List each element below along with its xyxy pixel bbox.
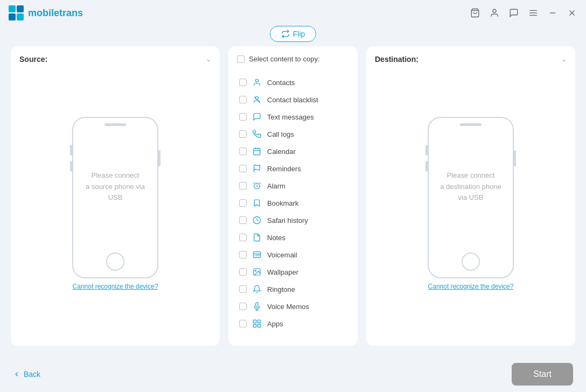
item-label-reminders: Reminders <box>267 165 301 173</box>
title-controls-group <box>470 8 577 18</box>
svg-line-14 <box>254 97 260 103</box>
destination-phone-side-btn3 <box>425 161 428 172</box>
list-item-safari-history[interactable]: Safari history <box>237 212 349 229</box>
item-label-contact-blacklist: Contact blacklist <box>267 96 318 104</box>
list-item-contact-blacklist[interactable]: Contact blacklist <box>237 91 349 108</box>
checkbox-contact-blacklist[interactable] <box>239 96 247 103</box>
svg-rect-0 <box>9 5 16 12</box>
content-header-label: Select content to copy: <box>249 55 320 63</box>
reminders-icon <box>252 164 262 173</box>
flip-button[interactable]: Flip <box>270 26 317 42</box>
item-label-voice-memos: Voice Memos <box>267 303 309 311</box>
destination-phone-text: Please connect a destination phone via U… <box>429 170 512 204</box>
profile-button[interactable] <box>489 8 500 18</box>
item-label-voicemail: Voicemail <box>267 251 297 259</box>
minimize-button[interactable] <box>547 8 558 18</box>
svg-rect-35 <box>257 320 260 323</box>
list-item-reminders[interactable]: Reminders <box>237 160 349 177</box>
source-phone-frame: Please connect a source phone via USB <box>72 117 158 278</box>
svg-rect-3 <box>17 13 24 20</box>
voicemail-icon <box>252 250 262 260</box>
wallpaper-icon <box>252 267 262 277</box>
source-cannot-link[interactable]: Cannot recognize the device? <box>73 283 158 290</box>
close-button[interactable] <box>567 8 577 18</box>
destination-chevron-icon[interactable]: ⌄ <box>561 55 567 63</box>
menu-button[interactable] <box>528 8 539 18</box>
source-phone-side-btn <box>158 150 161 166</box>
calendar-icon <box>252 146 262 156</box>
notes-icon <box>252 233 262 242</box>
list-item-text-messages[interactable]: Text messages <box>237 108 349 125</box>
item-label-calendar: Calendar <box>267 148 296 156</box>
content-panel: Select content to copy: ContactsContact … <box>228 46 358 346</box>
list-item-ringtone[interactable]: Ringtone <box>237 281 349 298</box>
destination-phone-container: Please connect a destination phone via U… <box>375 70 567 337</box>
checkbox-voicemail[interactable] <box>239 251 247 258</box>
safari-history-icon <box>252 215 262 225</box>
chat-button[interactable] <box>508 8 519 18</box>
svg-point-12 <box>255 79 258 82</box>
checkbox-notes[interactable] <box>239 234 247 241</box>
app-logo-icon <box>9 5 24 20</box>
checkbox-alarm[interactable] <box>239 182 247 190</box>
list-item-bookmark[interactable]: Bookmark <box>237 194 349 212</box>
list-item-call-logs[interactable]: Call logs <box>237 125 349 143</box>
svg-point-5 <box>493 9 496 12</box>
main-content: Flip Source: ⌄ Please connect a sourc <box>0 26 586 356</box>
checkbox-apps[interactable] <box>239 320 247 327</box>
back-label: Back <box>24 370 40 379</box>
source-phone-container: Please connect a source phone via USB Ca… <box>19 70 211 337</box>
checkbox-reminders[interactable] <box>239 165 247 172</box>
list-item-apps[interactable]: Apps <box>237 315 349 332</box>
svg-rect-36 <box>253 324 256 327</box>
item-label-apps: Apps <box>267 320 283 328</box>
source-phone-side-btn2 <box>70 145 72 156</box>
source-chevron-icon[interactable]: ⌄ <box>206 55 211 63</box>
list-item-notes[interactable]: Notes <box>237 229 349 246</box>
flip-area: Flip <box>11 26 575 42</box>
text-messages-icon <box>252 112 262 122</box>
item-label-safari-history: Safari history <box>267 216 308 225</box>
start-button[interactable]: Start <box>512 363 573 386</box>
svg-rect-34 <box>253 320 256 323</box>
flip-label: Flip <box>293 30 305 38</box>
svg-rect-15 <box>254 149 260 155</box>
content-panel-header: Select content to copy: <box>237 55 349 67</box>
checkbox-bookmark[interactable] <box>239 199 247 207</box>
checkbox-contacts[interactable] <box>239 79 247 86</box>
select-all-checkbox[interactable] <box>237 55 245 63</box>
back-button[interactable]: Back <box>13 370 40 379</box>
svg-rect-37 <box>257 324 260 327</box>
list-item-voicemail[interactable]: Voicemail <box>237 246 349 263</box>
item-label-wallpaper: Wallpaper <box>267 268 298 276</box>
list-item-voice-memos[interactable]: Voice Memos <box>237 298 349 315</box>
svg-rect-2 <box>9 13 16 20</box>
destination-cannot-link[interactable]: Cannot recognize the device? <box>428 283 514 290</box>
checkbox-calendar[interactable] <box>239 148 247 155</box>
checkbox-wallpaper[interactable] <box>239 268 247 276</box>
checkbox-call-logs[interactable] <box>239 130 247 138</box>
source-panel-header: Source: ⌄ <box>19 55 211 64</box>
list-item-wallpaper[interactable]: Wallpaper <box>237 263 349 281</box>
call-logs-icon <box>252 129 262 139</box>
checkbox-text-messages[interactable] <box>239 113 247 121</box>
svg-point-31 <box>255 270 256 271</box>
checkbox-ringtone[interactable] <box>239 285 247 293</box>
item-label-ringtone: Ringtone <box>267 285 295 293</box>
list-item-calendar[interactable]: Calendar <box>237 143 349 160</box>
destination-panel: Destination: ⌄ Please connect a destinat… <box>366 46 575 346</box>
destination-title: Destination: <box>375 55 418 64</box>
svg-line-22 <box>260 183 261 184</box>
list-item-contacts[interactable]: Contacts <box>237 74 349 91</box>
item-label-notes: Notes <box>267 234 285 242</box>
checkbox-safari-history[interactable] <box>239 216 247 224</box>
item-label-contacts: Contacts <box>267 79 295 87</box>
checkbox-voice-memos[interactable] <box>239 303 247 310</box>
logo-area: mobiletrans <box>9 5 83 20</box>
ringtone-icon <box>252 284 262 294</box>
alarm-icon <box>252 181 262 191</box>
bookmark-icon <box>252 198 262 208</box>
list-item-alarm[interactable]: Alarm <box>237 177 349 194</box>
cart-button[interactable] <box>470 8 480 18</box>
panels-container: Source: ⌄ Please connect a source phone … <box>11 46 575 346</box>
